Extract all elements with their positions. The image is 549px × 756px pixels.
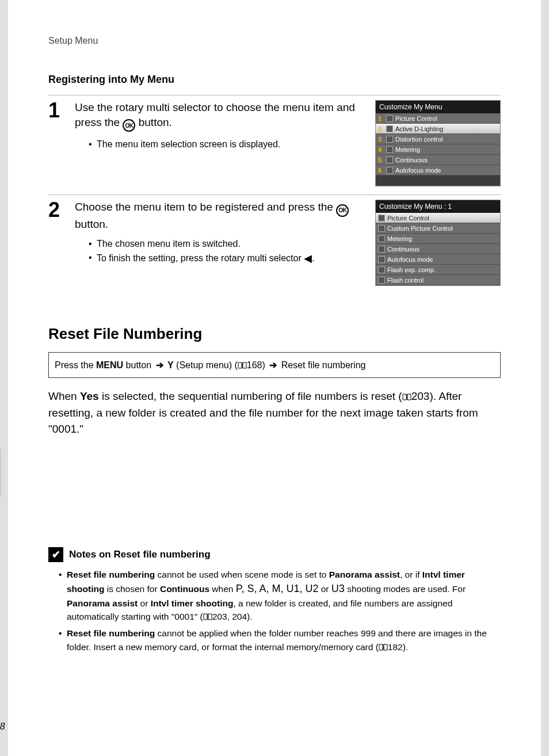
step-number: 2 — [48, 200, 75, 286]
menu-title: Customize My Menu — [376, 101, 500, 113]
step-1: 1 Use the rotary multi selector to choos… — [48, 95, 501, 186]
step-number: 1 — [48, 100, 75, 186]
book-ref-icon — [203, 610, 212, 617]
step-bullet: The menu item selection screen is displa… — [89, 138, 369, 151]
menu-title: Customize My Menu : 1 — [376, 200, 500, 213]
menu-item: 1Picture Control — [376, 113, 500, 124]
notes-title: Notes on Reset file numbering — [69, 549, 211, 560]
arrow-right-icon: ➔ — [268, 360, 279, 370]
navigation-path: Press the MENU button ➔ Y (Setup menu) (… — [48, 352, 501, 378]
step-bullet: To finish the setting, press the rotary … — [89, 251, 369, 266]
camera-menu-screenshot-1: Customize My Menu 1Picture Control2Activ… — [375, 100, 501, 186]
menu-item: 6Autofocus mode — [376, 165, 500, 175]
menu-item: Picture Control — [376, 213, 500, 223]
arrow-right-icon: ➔ — [154, 360, 165, 370]
wrench-icon: Y — [167, 360, 174, 371]
side-thumb-tab — [0, 449, 1, 497]
menu-item: 2Active D-Lighting — [376, 124, 500, 134]
book-ref-icon — [402, 389, 411, 396]
menu-item: Flash control — [376, 275, 500, 285]
book-ref-icon — [238, 361, 247, 368]
ok-button-icon: OK — [123, 119, 135, 132]
ok-button-icon: OK — [336, 204, 349, 217]
menu-item: 5Continuous — [376, 155, 500, 165]
notes-block: ✔ Notes on Reset file numbering Reset fi… — [48, 547, 501, 654]
manual-page: Basic Camera Setup 188 Setup Menu Regist… — [8, 0, 541, 756]
step-2: 2 Choose the menu item to be registered … — [48, 195, 501, 286]
menu-item: 4Metering — [376, 144, 500, 155]
left-arrow-icon: ◀ — [304, 251, 312, 266]
check-note-icon: ✔ — [48, 547, 63, 562]
note-item: Reset file numbering cannot be applied w… — [59, 627, 501, 654]
menu-item: Continuous — [376, 244, 500, 254]
step-instruction: Choose the menu item to be registered an… — [75, 200, 369, 231]
step-instruction: Use the rotary multi selector to choose … — [75, 100, 369, 132]
note-item: Reset file numbering cannot be used when… — [59, 568, 501, 624]
subheading-registering: Registering into My Menu — [48, 74, 501, 86]
heading-reset-file-numbering: Reset File Numbering — [48, 325, 501, 343]
menu-item: Custom Picture Control — [376, 223, 500, 234]
menu-item: 3Distortion control — [376, 134, 500, 144]
step-bullet: The chosen menu item is switched. — [89, 237, 369, 251]
page-number: 188 — [0, 721, 5, 732]
menu-item: Flash exp. comp. — [376, 265, 500, 275]
camera-menu-screenshot-2: Customize My Menu : 1 Picture ControlCus… — [375, 200, 501, 286]
body-paragraph: When Yes is selected, the sequential num… — [48, 388, 501, 438]
page-header: Setup Menu — [48, 36, 501, 46]
menu-item: Autofocus mode — [376, 254, 500, 265]
menu-button-label: MENU — [96, 360, 123, 370]
book-ref-icon — [379, 641, 388, 648]
menu-item: Metering — [376, 234, 500, 244]
